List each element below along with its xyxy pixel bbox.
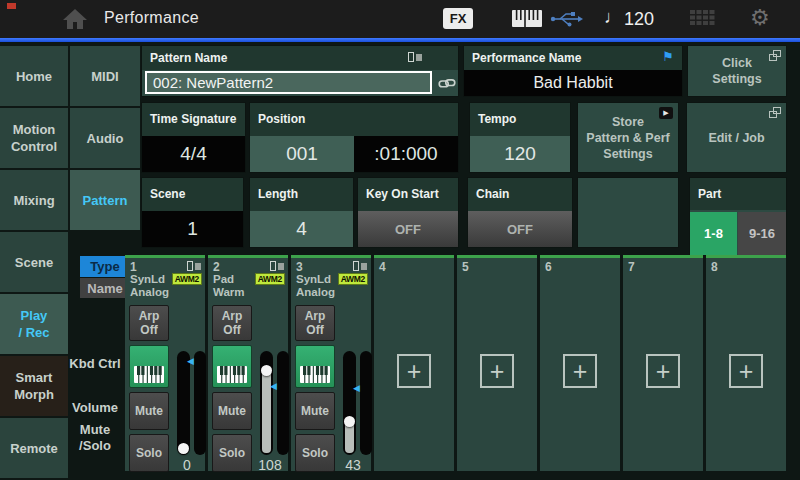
sidebar-item-play-rec[interactable]: Play / Rec bbox=[0, 294, 68, 354]
volume-value: 0 bbox=[169, 457, 205, 473]
volume-fader[interactable] bbox=[260, 351, 273, 455]
arp-button[interactable]: Arp Off bbox=[295, 305, 335, 341]
kbd-ctrl-button[interactable] bbox=[295, 345, 335, 388]
time-signature-value[interactable]: 4/4 bbox=[142, 136, 245, 172]
position-label: Position bbox=[258, 112, 305, 126]
performance-name-label: Performance Name bbox=[472, 51, 581, 65]
solo-button[interactable]: Solo bbox=[212, 434, 252, 472]
add-part-button[interactable]: + bbox=[480, 354, 514, 388]
edit-job-button[interactable]: Edit / Job bbox=[687, 103, 786, 172]
edit-buffer-icon bbox=[353, 261, 367, 271]
mute-solo-row-label: Mute /Solo bbox=[64, 422, 126, 454]
fader-marker-icon: ◀ bbox=[353, 383, 365, 393]
part-slot-8[interactable]: 8 + bbox=[706, 255, 786, 471]
mute-button[interactable]: Mute bbox=[212, 392, 252, 430]
view-type-button[interactable]: Type bbox=[80, 256, 130, 277]
position-beat-value[interactable]: :01:000 bbox=[354, 136, 458, 172]
part-slot-2[interactable]: 2 Pad Warm AWM2 Arp Off Mute Solo ◀ 108 bbox=[208, 255, 288, 471]
part-slot-7[interactable]: 7 + bbox=[623, 255, 703, 471]
volume-value: 43 bbox=[335, 457, 371, 473]
keyboard-icon[interactable] bbox=[512, 9, 542, 32]
scene-value[interactable]: 1 bbox=[142, 211, 243, 247]
gear-icon[interactable]: ⚙ bbox=[750, 5, 770, 31]
volume-fader[interactable] bbox=[177, 351, 190, 455]
scene-label: Scene bbox=[150, 187, 185, 201]
add-part-button[interactable]: + bbox=[729, 354, 763, 388]
part-number: 3 bbox=[296, 260, 303, 274]
time-signature-label: Time Signature bbox=[150, 112, 236, 126]
pattern-name-label: Pattern Name bbox=[150, 51, 227, 65]
edit-buffer-icon bbox=[270, 261, 284, 271]
window-expand-icon bbox=[769, 107, 781, 118]
volume-row-label: Volume bbox=[64, 400, 126, 416]
part-range-9-16-button[interactable]: 9-16 bbox=[738, 212, 786, 255]
pattern-name-box: Pattern Name 002: NewPattern2 bbox=[142, 46, 458, 96]
part-number: 5 bbox=[462, 260, 469, 274]
subtab-midi[interactable]: MIDI bbox=[70, 46, 140, 106]
edit-buffer-icon bbox=[187, 261, 201, 271]
part-slot-1[interactable]: 1 SynLd Analog AWM2 Arp Off Mute Solo ◀ bbox=[125, 255, 205, 471]
fx-badge[interactable]: FX bbox=[443, 8, 473, 29]
arp-button[interactable]: Arp Off bbox=[212, 305, 252, 341]
solo-button[interactable]: Solo bbox=[129, 434, 169, 472]
part-slot-6[interactable]: 6 + bbox=[540, 255, 620, 471]
fader-marker-icon: ◀ bbox=[270, 381, 282, 391]
add-part-button[interactable]: + bbox=[397, 354, 431, 388]
tempo-box: Tempo 120 bbox=[470, 103, 570, 172]
arp-button[interactable]: Arp Off bbox=[129, 305, 169, 341]
time-signature-box: Time Signature 4/4 bbox=[142, 103, 245, 172]
page-title: Performance bbox=[104, 9, 199, 27]
sidebar-item-scene[interactable]: Scene bbox=[0, 232, 68, 292]
mute-button[interactable]: Mute bbox=[295, 392, 335, 430]
plus-icon: + bbox=[490, 357, 505, 386]
click-settings-button[interactable]: Click Settings bbox=[688, 46, 786, 96]
position-measure-value[interactable]: 001 bbox=[250, 136, 354, 172]
volume-fader[interactable] bbox=[343, 351, 356, 455]
performance-name-value[interactable]: Bad Habbit bbox=[464, 70, 682, 96]
view-name-button[interactable]: Name bbox=[80, 278, 130, 298]
kbd-ctrl-button[interactable] bbox=[129, 345, 169, 388]
tempo-value-field[interactable]: 120 bbox=[470, 136, 570, 172]
store-arrow-icon: ▶ bbox=[659, 107, 673, 119]
rec-indicator bbox=[7, 3, 16, 9]
flag-icon: ⚑ bbox=[662, 49, 674, 64]
mute-button[interactable]: Mute bbox=[129, 392, 169, 430]
part-number: 6 bbox=[545, 260, 552, 274]
level-meter bbox=[277, 351, 289, 455]
link-icon[interactable] bbox=[438, 76, 456, 94]
chain-toggle[interactable]: OFF bbox=[468, 211, 572, 247]
part-slot-3[interactable]: 3 SynLd Analog AWM2 Arp Off Mute Solo ◀ bbox=[291, 255, 371, 471]
quick-setup-grid-icon[interactable] bbox=[690, 10, 716, 31]
part-slot-5[interactable]: 5 + bbox=[457, 255, 537, 471]
piano-keys-icon bbox=[216, 362, 248, 384]
part-slot-4[interactable]: 4 + bbox=[374, 255, 454, 471]
sidebar-item-mixing[interactable]: Mixing bbox=[0, 170, 68, 230]
level-meter bbox=[194, 351, 206, 455]
part-range-1-8-button[interactable]: 1-8 bbox=[690, 212, 737, 255]
sidebar-item-smart-morph[interactable]: Smart Morph bbox=[0, 356, 68, 416]
kbd-ctrl-button[interactable] bbox=[212, 345, 252, 388]
home-icon[interactable] bbox=[62, 8, 88, 34]
sidebar-item-home[interactable]: Home bbox=[0, 46, 68, 106]
engine-badge: AWM2 bbox=[172, 273, 202, 285]
store-pattern-button[interactable]: Store Pattern & Perf Settings ▶ bbox=[578, 103, 678, 172]
sidebar-item-motion-control[interactable]: Motion Control bbox=[0, 108, 68, 168]
subtab-audio[interactable]: Audio bbox=[70, 108, 140, 168]
solo-button[interactable]: Solo bbox=[295, 434, 335, 472]
subtab-pattern[interactable]: Pattern bbox=[70, 170, 140, 230]
key-on-start-toggle[interactable]: OFF bbox=[358, 211, 458, 247]
chain-label: Chain bbox=[476, 187, 509, 201]
performance-screen: Performance FX ♩ bbox=[0, 0, 800, 480]
add-part-button[interactable]: + bbox=[646, 354, 680, 388]
sidebar-item-remote[interactable]: Remote bbox=[0, 418, 68, 478]
engine-badge: AWM2 bbox=[338, 273, 368, 285]
length-value[interactable]: 4 bbox=[250, 211, 353, 247]
edit-buffer-icon bbox=[408, 52, 422, 62]
pattern-name-input[interactable]: 002: NewPattern2 bbox=[145, 71, 432, 94]
key-on-start-label: Key On Start bbox=[366, 187, 439, 201]
store-pattern-label: Store Pattern & Perf Settings bbox=[586, 114, 669, 162]
add-part-button[interactable]: + bbox=[563, 354, 597, 388]
tempo-value[interactable]: 120 bbox=[624, 9, 654, 30]
part-number: 7 bbox=[628, 260, 635, 274]
key-on-start-box: Key On Start OFF bbox=[358, 178, 458, 247]
